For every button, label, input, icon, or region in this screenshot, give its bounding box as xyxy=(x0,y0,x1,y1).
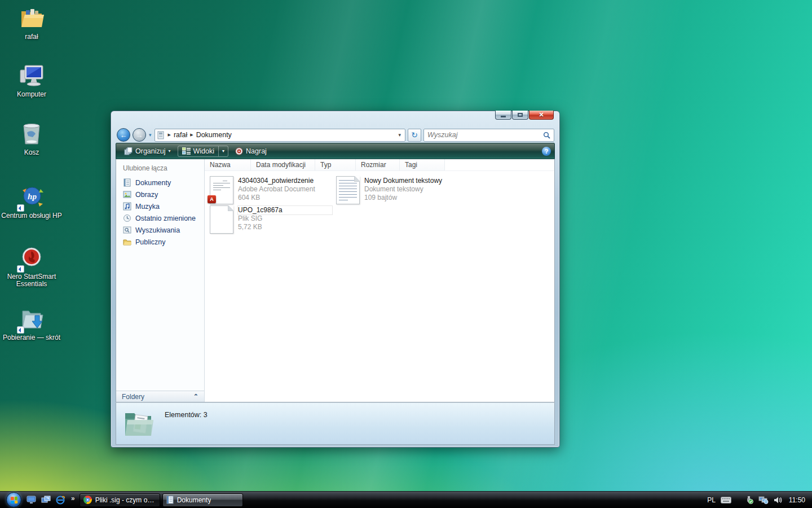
user-folder-icon xyxy=(18,5,45,32)
close-button[interactable]: ✕ xyxy=(529,111,554,120)
views-dropdown-button[interactable]: ▾ xyxy=(218,146,228,156)
quick-launch-overflow-chevron[interactable]: » xyxy=(71,494,75,502)
address-breadcrumb[interactable]: ▶ rafał ▶ Dokumenty ▾ xyxy=(155,129,405,142)
burn-label: Nagraj xyxy=(246,147,267,155)
show-desktop-icon[interactable] xyxy=(27,496,36,504)
network-icon[interactable] xyxy=(758,496,769,504)
desktop-icon-recycle-bin[interactable]: Kosz xyxy=(1,120,62,156)
burn-disc-icon xyxy=(235,147,243,155)
language-indicator[interactable]: PL xyxy=(707,496,716,504)
desktop-icon-label: Nero StartSmart Essentials xyxy=(1,273,62,288)
forward-button[interactable]: → xyxy=(133,128,146,142)
adobe-pdf-badge-icon: A xyxy=(208,195,216,203)
desktop-icon-label: Centrum obsługi HP xyxy=(1,212,62,220)
taskbar-button-label: Dokumenty xyxy=(177,496,211,504)
views-icon xyxy=(182,147,191,155)
hp-support-icon: hp xyxy=(18,183,45,211)
desktop-icon-label: Kosz xyxy=(1,149,62,156)
breadcrumb-user[interactable]: rafał xyxy=(174,131,187,139)
views-split-button: Widoki ▾ xyxy=(178,146,229,157)
search-box[interactable] xyxy=(423,129,554,142)
desktop-icon-hp-support[interactable]: hp Centrum obsługi HP xyxy=(1,183,62,220)
taskbar-button-chrome[interactable]: Pliki .sig - czym otw... xyxy=(80,493,160,507)
sidebar-item-publiczny[interactable]: Publiczny xyxy=(116,236,204,248)
sidebar-item-dokumenty[interactable]: Dokumenty xyxy=(116,177,204,189)
file-item-text[interactable]: Nowy Dokument tekstowy Dokument tekstowy… xyxy=(336,176,459,204)
svg-text:hp: hp xyxy=(28,192,37,201)
breadcrumb-separator-icon: ▶ xyxy=(167,133,172,137)
organize-button[interactable]: Organizuj ▾ xyxy=(120,146,175,157)
column-header-tagi[interactable]: Tagi xyxy=(400,159,445,170)
views-label: Widoki xyxy=(193,147,215,155)
breadcrumb-folder[interactable]: Dokumenty xyxy=(196,131,232,139)
recent-pages-chevron-icon[interactable]: ▾ xyxy=(149,132,152,138)
refresh-icon: ↻ xyxy=(411,130,418,139)
maximize-icon xyxy=(518,113,523,117)
file-size: 109 bajtów xyxy=(364,194,442,202)
file-name[interactable]: 43040304_potwierdzenie xyxy=(238,177,315,185)
folders-expander[interactable]: Foldery ⌃ xyxy=(116,391,204,402)
sidebar-item-wyszukiwania[interactable]: Wyszukiwania xyxy=(116,224,204,236)
minimize-button[interactable] xyxy=(495,111,511,120)
sidebar-item-ostatnio-zmienione[interactable]: Ostatnio zmienione xyxy=(116,212,204,224)
column-header-nazwa[interactable]: Nazwa xyxy=(205,159,251,170)
desktop-icon-label: Komputer xyxy=(1,91,62,98)
file-item-pdf[interactable]: A 43040304_potwierdzenie Adobe Acrobat D… xyxy=(210,176,333,204)
keyboard-icon[interactable] xyxy=(721,497,731,503)
explorer-content: Ulubione łącza Dokumenty Obrazy xyxy=(116,159,555,402)
file-type: Plik SIG xyxy=(238,214,332,223)
switch-windows-icon[interactable] xyxy=(41,496,51,504)
refresh-button[interactable]: ↻ xyxy=(408,129,421,142)
sidebar-item-muzyka[interactable]: Muzyka xyxy=(116,200,204,212)
views-dropdown-icon: ▾ xyxy=(222,148,224,154)
burn-button[interactable]: Nagraj xyxy=(231,146,271,157)
address-bar-row: ← → ▾ ▶ rafał ▶ Dokumenty ▾ ↻ xyxy=(116,127,555,143)
views-button[interactable]: Widoki xyxy=(178,146,219,156)
organize-label: Organizuj xyxy=(135,147,166,155)
sidebar-item-obrazy[interactable]: Obrazy xyxy=(116,189,204,200)
shortcut-arrow-icon xyxy=(17,326,24,334)
desktop-icon-nero[interactable]: Nero StartSmart Essentials xyxy=(1,244,62,288)
search-icon[interactable] xyxy=(543,132,550,139)
window-titlebar[interactable]: ✕ xyxy=(116,111,555,127)
file-list-area[interactable]: Nazwa Data modyfikacji Typ Rozmiar Tagi … xyxy=(205,159,554,402)
taskbar-button-dokumenty[interactable]: Dokumenty xyxy=(162,493,243,507)
column-header-data-modyfikacji[interactable]: Data modyfikacji xyxy=(251,159,315,170)
breadcrumb-separator-icon: ▶ xyxy=(189,133,194,137)
document-icon xyxy=(123,178,131,187)
maximize-button[interactable] xyxy=(512,111,528,120)
organize-icon xyxy=(124,147,133,155)
sidebar-item-label: Ostatnio zmienione xyxy=(135,214,196,222)
safely-remove-hardware-icon[interactable] xyxy=(744,496,753,504)
command-toolbar: Organizuj ▾ Widoki ▾ Nagraj xyxy=(116,143,555,159)
file-name[interactable]: Nowy Dokument tekstowy xyxy=(364,177,442,185)
desktop-icon-computer[interactable]: Komputer xyxy=(1,62,62,98)
organize-dropdown-icon: ▾ xyxy=(169,148,171,154)
help-icon: ? xyxy=(545,148,549,155)
address-dropdown-icon[interactable]: ▾ xyxy=(396,132,403,138)
back-button[interactable]: ← xyxy=(117,128,130,142)
file-size: 604 KB xyxy=(238,194,315,202)
search-input[interactable] xyxy=(427,131,543,139)
column-header-rozmiar[interactable]: Rozmiar xyxy=(356,159,400,170)
desktop-icon-label: Pobieranie — skrót xyxy=(1,334,62,341)
minimize-icon xyxy=(501,116,506,117)
shortcut-arrow-icon xyxy=(17,204,24,212)
desktop-icon-user-folder[interactable]: rafał xyxy=(1,5,62,41)
file-type: Dokument tekstowy xyxy=(364,185,442,194)
start-button[interactable] xyxy=(6,492,21,507)
folder-location-icon xyxy=(157,131,165,139)
column-header-typ[interactable]: Typ xyxy=(315,159,356,170)
searches-icon xyxy=(123,226,131,234)
desktop-icon-downloads-shortcut[interactable]: Pobieranie — skrót xyxy=(1,305,62,341)
recent-items-icon xyxy=(123,214,131,222)
file-name-edit-box[interactable]: UPO_1c9867a xyxy=(238,206,332,214)
computer-icon xyxy=(18,62,45,89)
details-pane: Elementów: 3 xyxy=(116,402,555,445)
internet-explorer-icon[interactable] xyxy=(56,496,65,505)
volume-icon[interactable] xyxy=(774,496,782,504)
help-button[interactable]: ? xyxy=(542,147,551,156)
column-headers: Nazwa Data modyfikacji Typ Rozmiar Tagi xyxy=(205,159,554,171)
file-item-sig[interactable]: UPO_1c9867a Plik SIG 5,72 KB xyxy=(210,205,333,234)
taskbar-clock[interactable]: 11:50 xyxy=(789,496,805,504)
